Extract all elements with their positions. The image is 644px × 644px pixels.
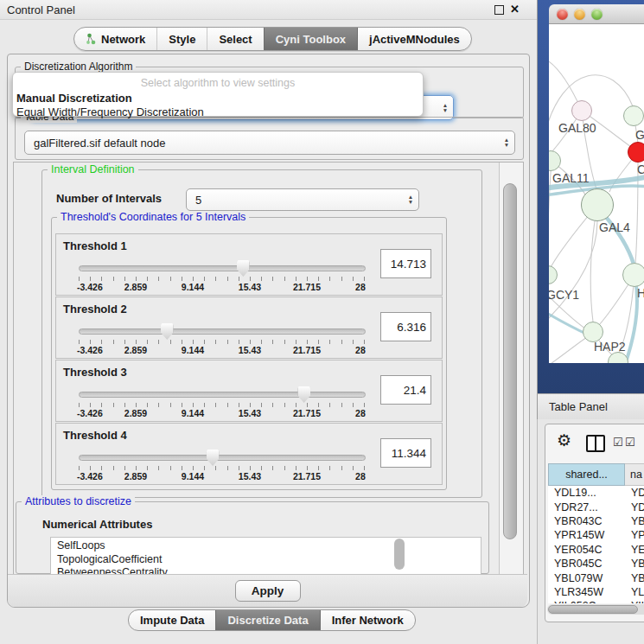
threshold-value-field[interactable]: 11.344 [380, 438, 431, 468]
numerical-attributes-label: Numerical Attributes [42, 518, 152, 531]
tab-jactivemnodules[interactable]: jActiveMNodules [357, 28, 471, 50]
horizontal-scrollbar[interactable] [547, 604, 644, 615]
tab-select[interactable]: Select [207, 28, 263, 50]
tab-label: jActiveMNodules [369, 33, 460, 46]
threshold-slider[interactable]: -3.4262.8599.14415.4321.71528 [79, 455, 364, 481]
column-header-2[interactable]: na [625, 463, 644, 486]
table-row[interactable]: YBL079WYBL0 [548, 571, 644, 584]
dropdown-option-manual-discretization[interactable]: Manual Discretization [16, 92, 423, 105]
slider-thumb-icon[interactable] [237, 260, 250, 277]
tick-label: 9.144 [182, 408, 204, 418]
tick-label: 28 [355, 345, 366, 355]
control-panel-titlebar: Control Panel ✕ [0, 0, 537, 20]
slider-tick-labels: -3.4262.8599.14415.4321.71528 [79, 282, 364, 292]
threshold-label: Threshold 2 [63, 303, 127, 316]
slider-thumb-icon[interactable] [207, 450, 220, 466]
attribute-item-topologicalcoefficient[interactable]: TopologicalCoefficient [57, 553, 481, 567]
table-data-select[interactable]: galFiltered.sif default node ▲▼ [24, 131, 515, 155]
tick-label: 21.715 [293, 408, 321, 418]
tab-label: Network [101, 33, 145, 46]
apply-button[interactable]: Apply [235, 580, 301, 602]
tick-label: -3.426 [77, 471, 103, 481]
slider-track[interactable] [79, 392, 366, 398]
network-node-ga[interactable] [623, 105, 644, 126]
table-row[interactable]: YER054CYER0 [548, 543, 644, 557]
attributes-scrollbar[interactable] [394, 539, 405, 570]
attribute-item-selfloops[interactable]: SelfLoops [57, 539, 481, 553]
table-rows: YDL19...YDL1YDR27...YDR2YBR043CYBR0YPR14… [548, 486, 644, 603]
numerical-attributes-list[interactable]: SelfLoopsTopologicalCoefficientBetweenne… [50, 537, 481, 575]
close-icon[interactable]: ✕ [510, 3, 520, 16]
tab-cyni-toolbox[interactable]: Cyni Toolbox [264, 28, 357, 50]
node-label: GAL4 [599, 220, 630, 234]
threshold-value-field[interactable]: 14.713 [380, 249, 431, 278]
table-header-row: shared...na [548, 463, 644, 486]
number-of-intervals-select[interactable]: 5 ▲▼ [186, 188, 419, 211]
tab-network[interactable]: Network [74, 28, 156, 50]
network-node-gal80[interactable] [571, 100, 592, 121]
tick-label: 2.859 [124, 471, 147, 481]
table-cell: YBR0 [625, 558, 644, 570]
tab-label: Cyni Toolbox [276, 33, 346, 46]
tab-infer-network[interactable]: Infer Network [320, 610, 415, 630]
tick-label: 21.715 [293, 345, 321, 355]
table-row[interactable]: YBR045CYBR0 [548, 557, 644, 571]
tab-discretize-data[interactable]: Discretize Data [215, 610, 319, 630]
slider-track[interactable] [79, 455, 366, 461]
float-window-icon[interactable] [494, 5, 504, 15]
threshold-slider[interactable]: -3.4262.8599.14415.4321.71528 [79, 392, 364, 418]
tick-label: 9.144 [182, 471, 204, 481]
table-cell: YIL0 [625, 600, 644, 603]
tick-label: 15.43 [239, 408, 261, 418]
slider-thumb-icon[interactable] [297, 386, 310, 403]
threshold-slider[interactable]: -3.4262.8599.14415.4321.71528 [79, 265, 364, 291]
gear-icon[interactable]: ⚙ [557, 430, 571, 450]
network-node-h[interactable] [622, 263, 644, 287]
close-traffic-light-icon[interactable] [557, 9, 568, 20]
checkbox-icon[interactable]: ☑ [613, 436, 623, 449]
table-row[interactable]: YDR27...YDR2 [548, 500, 644, 513]
tab-impute-data[interactable]: Impute Data [129, 610, 215, 630]
slider-ticks [79, 340, 365, 344]
column-header-1[interactable]: shared... [548, 463, 625, 486]
checkbox-icon[interactable]: ☑ [625, 436, 635, 449]
dropdown-option-equal-width-frequency[interactable]: Equal Width/Frequency Discretization [16, 105, 423, 118]
table-row[interactable]: YLR345WYLR3 [548, 585, 644, 599]
threshold-label: Threshold 1 [63, 239, 127, 252]
vertical-scrollbar[interactable] [499, 163, 523, 575]
threshold-value-field[interactable]: 21.4 [380, 375, 431, 405]
vertical-scrollbar-thumb[interactable] [503, 183, 517, 539]
table-cell: YBL0 [625, 572, 644, 584]
attributes-group-title: Attributes to discretize [22, 495, 135, 507]
table-cell: YDL19... [548, 487, 625, 499]
table-row[interactable]: YBR043CYBR0 [548, 514, 644, 528]
zoom-traffic-light-icon[interactable] [591, 9, 603, 20]
split-table-icon[interactable] [586, 435, 605, 452]
interval-definition-title: Interval Definition [48, 163, 138, 175]
network-node-c[interactable] [628, 142, 644, 163]
threshold-slider[interactable]: -3.4262.8599.14415.4321.71528 [79, 328, 364, 354]
network-window-titlebar[interactable] [549, 4, 644, 24]
apply-bar: Apply [8, 574, 527, 607]
node-label: GAL11 [552, 171, 590, 185]
tick-label: -3.426 [77, 345, 103, 355]
minimize-traffic-light-icon[interactable] [574, 9, 585, 20]
cyni-toolbox-panel: Discretization Algorithm ▲▼ Select algor… [7, 54, 530, 608]
tick-label: 28 [355, 408, 366, 418]
table-row[interactable]: YIL052CYIL0 [548, 599, 644, 603]
slider-thumb-icon[interactable] [161, 323, 174, 340]
threshold-row-2: Threshold 2 -3.4262.8599.14415.4321.7152… [55, 296, 443, 359]
table-cell: YPR1 [625, 529, 644, 541]
slider-track[interactable] [79, 265, 366, 271]
table-row[interactable]: YPR145WYPR1 [548, 528, 644, 542]
table-data-group: Table Data galFiltered.sif default node … [15, 117, 524, 160]
slider-track[interactable] [79, 328, 366, 335]
horizontal-scrollbar-thumb[interactable] [548, 605, 638, 614]
table-row[interactable]: YDL19...YDL1 [548, 486, 644, 500]
threshold-value-field[interactable]: 6.316 [380, 312, 431, 341]
network-canvas[interactable]: GAL80GACGAL11GAL4GCY1HHAP2 [549, 24, 644, 363]
threshold-label: Threshold 3 [63, 366, 127, 379]
table-cell: YLR3 [625, 586, 644, 598]
network-node-gal4[interactable] [581, 188, 614, 221]
tab-style[interactable]: Style [156, 28, 207, 50]
